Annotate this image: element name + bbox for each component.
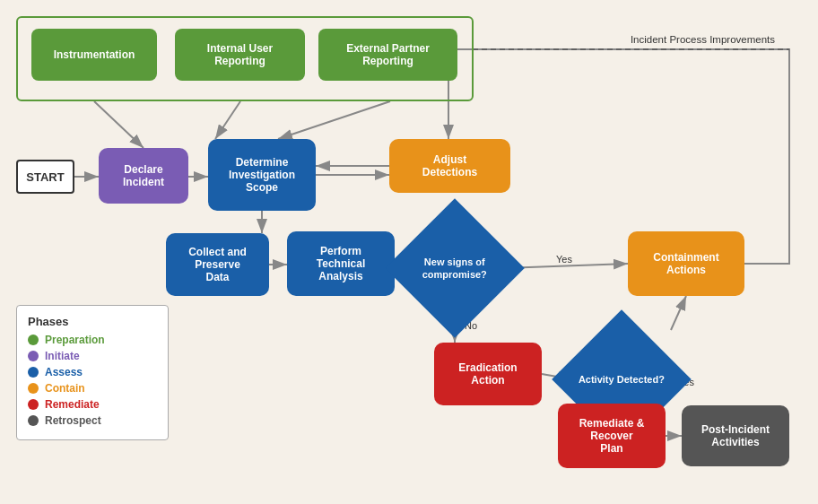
phase-item: Remediate — [28, 398, 157, 411]
adjust-detections-node: Adjust Detections — [389, 139, 510, 193]
phase-dot — [28, 335, 39, 345]
diagram-container: Yes No Yes No Incident Process Improveme… — [0, 0, 818, 504]
postincident-label: Post-Incident Activities — [701, 423, 770, 448]
compromise-label: New signs of compromise? — [405, 256, 504, 282]
declare-label: Declare Incident — [123, 163, 164, 188]
phase-item: Initiate — [28, 350, 157, 362]
phase-dot — [28, 383, 39, 394]
phase-dot — [28, 399, 39, 410]
internal-label: Internal User Reporting — [207, 42, 273, 67]
adjust-label: Adjust Detections — [422, 153, 477, 178]
containment-label: Containment Actions — [653, 251, 718, 276]
yes-label-compromise: Yes — [556, 254, 572, 265]
determine-scope-node: Determine Investigation Scope — [208, 139, 316, 211]
eradication-action-node: Eradication Action — [434, 343, 542, 405]
svg-line-16 — [94, 101, 144, 148]
collect-data-node: Collect and Preserve Data — [166, 233, 269, 296]
remediate-node: Remediate & Recover Plan — [558, 404, 666, 468]
phase-item: Assess — [28, 366, 157, 378]
collect-label: Collect and Preserve Data — [188, 246, 247, 283]
phase-dot — [28, 351, 39, 361]
phases-legend: Phases PreparationInitiateAssessContainR… — [16, 305, 169, 440]
phase-label: Retrospect — [45, 414, 101, 427]
external-reporting-node: External Partner Reporting — [318, 29, 457, 81]
svg-line-17 — [215, 101, 240, 139]
start-node: START — [16, 160, 74, 194]
incident-improvements-label: Incident Process Improvements — [631, 34, 775, 45]
start-label: START — [26, 170, 64, 184]
instrumentation-label: Instrumentation — [54, 48, 135, 61]
phase-dot — [28, 367, 39, 378]
internal-reporting-node: Internal User Reporting — [175, 29, 305, 81]
determine-label: Determine Investigation Scope — [229, 156, 295, 194]
phase-label: Assess — [45, 366, 83, 378]
phase-label: Preparation — [45, 334, 105, 346]
postincident-node: Post-Incident Activities — [682, 405, 789, 466]
external-label: External Partner Reporting — [346, 42, 430, 67]
activity-label: Activity Detected? — [579, 373, 665, 386]
compromise-diamond: New signs of compromise? — [385, 198, 525, 338]
phase-label: Initiate — [45, 350, 80, 362]
svg-line-13 — [671, 296, 686, 330]
phase-item: Preparation — [28, 334, 157, 346]
svg-line-18 — [278, 101, 390, 139]
declare-incident-node: Declare Incident — [99, 148, 188, 204]
phases-title: Phases — [28, 315, 157, 328]
phase-dot — [28, 415, 39, 426]
instrumentation-node: Instrumentation — [31, 29, 157, 81]
phase-label: Remediate — [45, 398, 100, 411]
containment-actions-node: Containment Actions — [628, 231, 744, 296]
eradication-label: Eradication Action — [458, 361, 517, 387]
perform-analysis-node: Perform Technical Analysis — [287, 231, 395, 296]
phase-item: Contain — [28, 382, 157, 395]
phase-label: Contain — [45, 382, 85, 395]
perform-label: Perform Technical Analysis — [317, 245, 365, 282]
phase-item: Retrospect — [28, 414, 157, 427]
remediate-label: Remediate & Recover Plan — [579, 417, 645, 455]
